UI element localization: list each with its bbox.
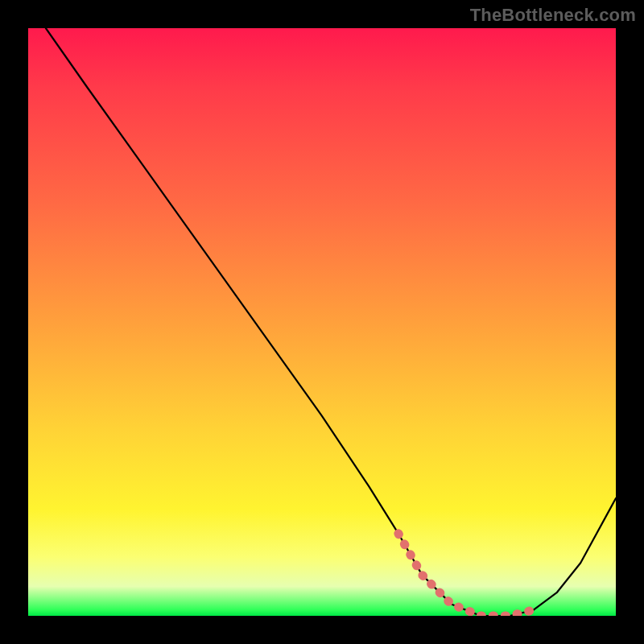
chart-stage: TheBottleneck.com: [0, 0, 644, 644]
curve-overlay: [28, 28, 616, 616]
bottleneck-curve-path: [46, 28, 616, 616]
sweet-spot-highlight-path: [398, 534, 534, 616]
watermark-text: TheBottleneck.com: [470, 5, 636, 26]
plot-area: [28, 28, 616, 616]
